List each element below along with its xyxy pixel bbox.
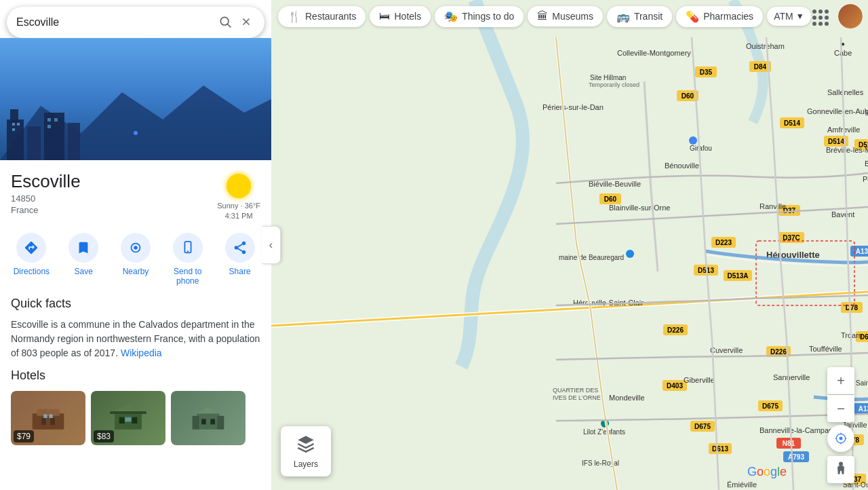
hotel-card-3[interactable] (171, 391, 245, 445)
svg-text:Sallenelles: Sallenelles (827, 88, 864, 96)
nearby-button[interactable]: Nearby (115, 233, 156, 286)
nav-pill-restaurants[interactable]: 🍴 Restaurants (278, 6, 366, 27)
svg-point-22 (187, 250, 189, 252)
hotels-title: Hotels (11, 369, 260, 383)
svg-text:Cabe: Cabe (834, 49, 852, 57)
left-panel: Escoville 14850 France Sunny · 36°F 4:31… (0, 0, 271, 490)
svg-rect-6 (7, 119, 24, 160)
collapse-icon: ‹ (269, 239, 273, 251)
search-input[interactable] (16, 16, 216, 29)
hotels-grid: $79 $83 (11, 391, 260, 445)
layers-button[interactable]: Layers (281, 426, 331, 476)
nearby-icon (121, 233, 151, 263)
avatar-button[interactable] (838, 4, 863, 29)
svg-text:Site Hillman: Site Hillman (590, 74, 626, 81)
hotels-nav-icon: 🛏 (379, 10, 390, 22)
svg-text:D514: D514 (784, 119, 800, 127)
svg-point-0 (220, 17, 229, 25)
map-background[interactable]: 🍴 Restaurants 🛏 Hotels 🎭 Things to do 🏛 … (271, 0, 868, 490)
apps-button[interactable] (808, 5, 833, 30)
svg-text:D60: D60 (604, 195, 617, 203)
things-to-do-icon: 🎭 (444, 10, 458, 23)
nav-pill-pharmacies[interactable]: 💊 Pharmacies (676, 6, 763, 27)
nav-pill-transit-label: Transit (634, 11, 663, 22)
close-button[interactable] (237, 13, 255, 33)
zoom-in-button[interactable]: + (827, 367, 854, 394)
svg-line-26 (237, 248, 241, 251)
svg-text:IVES DE L'ORNE: IVES DE L'ORNE (553, 394, 601, 401)
search-button[interactable] (216, 12, 235, 33)
nav-pill-transit[interactable]: 🚌 Transit (607, 6, 672, 27)
svg-rect-12 (17, 123, 20, 126)
hotel-card-1[interactable]: $79 (11, 391, 85, 445)
svg-rect-8 (27, 126, 41, 160)
svg-text:Bavent: Bavent (831, 210, 854, 219)
send-to-phone-button[interactable]: Send tophone (167, 233, 208, 286)
svg-text:Blainville-sur-Orne: Blainville-sur-Orne (609, 204, 670, 212)
wikipedia-link[interactable]: Wikipedia (121, 347, 162, 358)
svg-marker-39 (115, 404, 142, 411)
svg-point-127 (626, 250, 634, 258)
svg-text:N81: N81 (783, 440, 795, 447)
svg-text:D675: D675 (694, 423, 711, 430)
place-country: France (11, 205, 81, 215)
svg-text:Gonneville-en-Auge: Gonneville-en-Auge (807, 107, 868, 115)
svg-text:Girafou: Girafou (690, 145, 712, 152)
svg-text:A13: A13 (859, 405, 868, 413)
weather-sun-icon (226, 174, 251, 198)
action-buttons: Directions Save Nearby (0, 227, 271, 297)
svg-rect-28 (33, 413, 64, 429)
svg-text:D78: D78 (846, 304, 859, 312)
svg-point-117 (689, 136, 697, 145)
nav-pill-museums[interactable]: 🏛 Museums (528, 6, 603, 26)
place-info: Escoville 14850 France Sunny · 36°F 4:31… (0, 160, 271, 227)
svg-point-147 (839, 461, 843, 466)
weather-widget: Sunny · 36°F 4:31 PM (217, 174, 260, 222)
hotels-section: Hotels $79 (0, 369, 271, 456)
transit-icon: 🚌 (616, 10, 630, 23)
hotel-price-1: $79 (14, 430, 34, 442)
svg-text:Lilot Z'enfants: Lilot Z'enfants (583, 428, 625, 436)
svg-rect-41 (193, 415, 199, 429)
quick-facts-section: Quick facts Escoville is a commune in th… (0, 297, 271, 369)
send-to-phone-label: Send tophone (174, 267, 201, 286)
nav-pill-things-to-do[interactable]: 🎭 Things to do (435, 6, 524, 27)
svg-text:D226: D226 (667, 326, 684, 334)
svg-text:Sannerville: Sannerville (773, 373, 810, 381)
svg-rect-40 (197, 413, 219, 429)
street-view-button[interactable] (827, 456, 854, 483)
weather-condition: Sunny · 36°F 4:31 PM (217, 201, 260, 222)
svg-rect-16 (47, 125, 51, 128)
svg-rect-36 (119, 417, 125, 423)
svg-text:Périers-sur-le-Dan: Périers-sur-le-Dan (542, 103, 604, 111)
collapse-panel-button[interactable]: ‹ (262, 226, 281, 264)
museums-icon: 🏛 (537, 10, 548, 22)
quick-facts-text: Escoville is a commune in the Calvados d… (11, 318, 260, 360)
nav-pill-atm[interactable]: ATM ▼ (767, 7, 810, 26)
svg-rect-42 (217, 415, 224, 429)
svg-rect-7 (10, 109, 18, 123)
hotel-card-2[interactable]: $83 (91, 391, 165, 445)
svg-text:D84: D84 (754, 63, 767, 71)
svg-rect-43 (201, 419, 206, 424)
map-container: 🍴 Restaurants 🛏 Hotels 🎭 Things to do 🏛 … (271, 0, 868, 490)
layers-label: Layers (294, 459, 318, 469)
svg-text:Mondeville: Mondeville (609, 394, 645, 402)
svg-rect-31 (50, 418, 55, 425)
svg-line-27 (237, 244, 241, 247)
svg-text:Giberville: Giberville (684, 376, 715, 384)
zoom-out-button[interactable]: − (827, 395, 854, 422)
zoom-controls: + − (827, 367, 854, 422)
directions-button[interactable]: Directions (11, 233, 52, 286)
svg-text:QUARTIER DES: QUARTIER DES (553, 387, 598, 394)
svg-text:Saint-Pierre-du-J: Saint-Pierre-du-J (856, 379, 868, 387)
save-button[interactable]: Save (63, 233, 104, 286)
svg-text:A13: A13 (856, 248, 868, 255)
svg-text:Ouistreham: Ouistreham (746, 42, 785, 50)
svg-text:D35: D35 (700, 69, 713, 76)
share-button[interactable]: Share (220, 233, 260, 286)
location-button[interactable] (827, 425, 854, 452)
svg-text:Bréville-les-Monts: Bréville-les-Monts (826, 146, 868, 154)
nav-pill-hotels[interactable]: 🛏 Hotels (370, 6, 431, 26)
nearby-label: Nearby (123, 267, 149, 276)
